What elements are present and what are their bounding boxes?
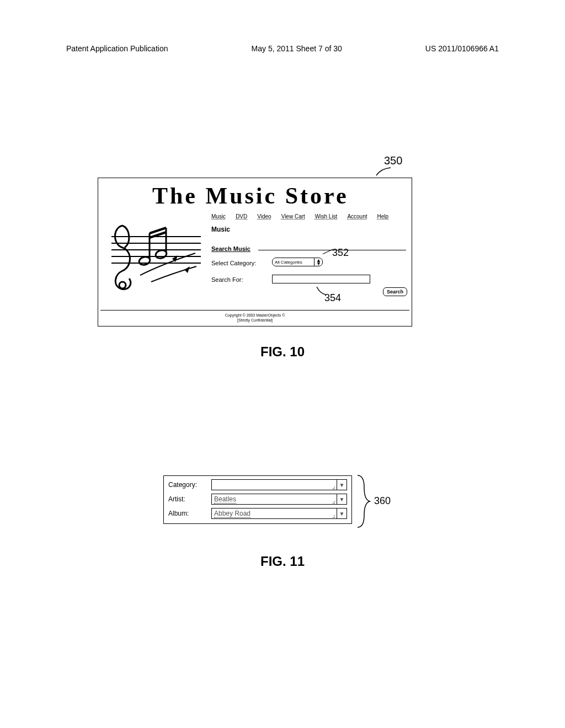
search-button[interactable]: Search (383, 287, 407, 296)
ref-352: 352 (332, 247, 349, 259)
nav-wishlist[interactable]: Wish List (315, 213, 338, 220)
chevron-down-icon: ▼ (337, 494, 347, 504)
row-category: Category: ⣠ ▼ (168, 479, 347, 490)
label-album: Album: (168, 510, 211, 517)
footer-line2: [Strictly Confidential] (237, 318, 273, 322)
search-for-input[interactable] (272, 275, 370, 283)
row-artist: Artist: Beatles ⣠ ▼ (168, 494, 347, 505)
combo-artist-value: Beatles (214, 495, 236, 504)
updown-icon: ▲▼ (316, 259, 321, 265)
search-heading: Search Music (211, 245, 250, 252)
window-footer: Copyright © 2003 MasterObjects © [Strict… (98, 313, 412, 323)
fig10-caption: FIG. 10 (0, 344, 565, 360)
select-category-label: Select Category: (211, 260, 256, 266)
chevron-down-icon: ▼ (337, 508, 347, 518)
store-title: The Music Store (152, 183, 349, 209)
music-notes-icon (102, 220, 205, 293)
search-for-label: Search For: (211, 276, 243, 283)
musicstore-window: The Music Store Music DVD Video View Car… (98, 178, 412, 326)
chevron-down-icon: ▼ (337, 480, 347, 490)
footer-line1: Copyright © 2003 MasterObjects © (225, 313, 285, 317)
ref-350: 350 (384, 154, 402, 167)
page-header: Patent Application Publication May 5, 20… (66, 44, 499, 53)
resize-grip-icon: ⣠ (332, 499, 335, 504)
footer-divider (100, 310, 409, 311)
combo-album-value: Abbey Road (214, 510, 250, 518)
nav-help[interactable]: Help (377, 213, 389, 220)
label-category: Category: (168, 481, 211, 489)
combo-form: Category: ⣠ ▼ Artist: Beatles ⣠ ▼ Album:… (163, 475, 352, 524)
nav-viewcart[interactable]: View Cart (281, 213, 305, 220)
resize-grip-icon: ⣠ (332, 513, 335, 518)
nav-dvd[interactable]: DVD (236, 213, 247, 220)
category-select[interactable]: All Categories ▲▼ (272, 258, 323, 266)
fig11-caption: FIG. 11 (0, 554, 565, 569)
leader-354 (316, 286, 328, 296)
nav-video[interactable]: Video (257, 213, 271, 220)
header-left: Patent Application Publication (66, 44, 168, 53)
combo-category[interactable]: ⣠ ▼ (211, 479, 347, 490)
label-artist: Artist: (168, 495, 211, 503)
nav-music[interactable]: Music (211, 213, 226, 220)
brace-360 (355, 474, 372, 528)
svg-point-5 (119, 282, 126, 288)
navbar: Music DVD Video View Cart Wish List Acco… (211, 213, 408, 220)
header-right: US 2011/0106966 A1 (425, 44, 499, 53)
ref-360: 360 (374, 495, 391, 507)
header-mid: May 5, 2011 Sheet 7 of 30 (252, 44, 342, 53)
resize-grip-icon: ⣠ (332, 484, 335, 489)
section-heading: Music (211, 226, 230, 233)
combo-album[interactable]: Abbey Road ⣠ ▼ (211, 508, 347, 519)
leader-350 (375, 167, 392, 176)
category-select-value: All Categories (275, 260, 302, 265)
row-album: Album: Abbey Road ⣠ ▼ (168, 508, 347, 519)
nav-account[interactable]: Account (347, 213, 367, 220)
combo-artist[interactable]: Beatles ⣠ ▼ (211, 494, 347, 505)
